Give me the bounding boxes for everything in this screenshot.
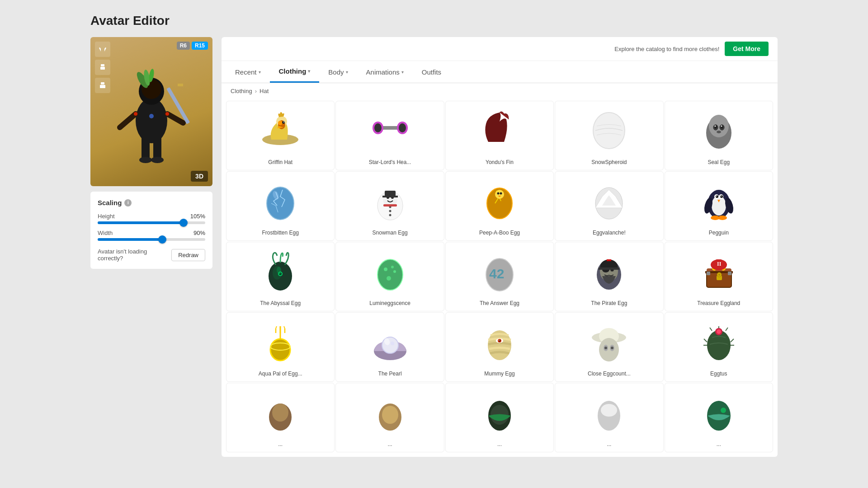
height-label: Height: [98, 213, 115, 220]
grid-item-snowspheroid[interactable]: SnowSpheroid: [555, 101, 663, 170]
svg-point-12: [151, 157, 164, 163]
item-name-luminegg: Lumineggscence: [369, 300, 410, 306]
tab-animations[interactable]: Animations ▾: [357, 61, 413, 83]
svg-point-149: [601, 404, 617, 417]
breadcrumb-parent[interactable]: Clothing: [231, 88, 252, 94]
item-name-pirate-egg: The Pirate Egg: [591, 300, 627, 306]
svg-rect-1: [100, 67, 105, 70]
grid-item-bottom3[interactable]: ...: [445, 383, 554, 452]
grid-item-bottom5[interactable]: ...: [665, 383, 773, 452]
grid-item-yondu[interactable]: Yondu's Fin: [445, 101, 554, 170]
svg-point-40: [714, 126, 716, 127]
avatar-icon-body[interactable]: [95, 60, 110, 75]
grid-item-bottom1[interactable]: ...: [226, 383, 335, 452]
redraw-row: Avatar isn't loading correctly? Redraw: [98, 248, 205, 262]
tab-recent[interactable]: Recent ▾: [226, 61, 270, 83]
svg-point-11: [139, 157, 152, 163]
scaling-info-icon[interactable]: i: [124, 199, 132, 206]
redraw-button[interactable]: Redraw: [171, 249, 205, 261]
grid-item-bottom2[interactable]: ...: [335, 383, 444, 452]
get-more-button[interactable]: Get More: [725, 42, 769, 56]
svg-point-24: [278, 121, 283, 125]
avatar-icon-antlers[interactable]: [95, 42, 110, 57]
breadcrumb: Clothing › Hat: [222, 83, 778, 99]
tab-outfits[interactable]: Outfits: [413, 61, 450, 83]
svg-point-145: [382, 406, 398, 424]
avatar-badges: R6 R15: [177, 42, 208, 50]
grid-item-close-eggcount[interactable]: Close Eggcount...: [555, 312, 663, 382]
grid-item-pearl[interactable]: The Pearl: [335, 312, 444, 382]
item-name-bottom4: ...: [607, 441, 611, 447]
grid-item-seal-egg[interactable]: Seal Egg: [665, 101, 773, 170]
svg-point-151: [721, 408, 726, 413]
svg-point-130: [604, 347, 607, 349]
svg-point-18: [149, 114, 154, 118]
svg-line-135: [731, 339, 734, 342]
tab-body[interactable]: Body ▾: [319, 61, 357, 83]
svg-point-19: [134, 112, 137, 116]
svg-rect-3: [100, 85, 105, 88]
breadcrumb-child[interactable]: Hat: [259, 88, 269, 94]
item-name-eggtus: Eggtus: [710, 371, 727, 377]
height-slider-row: Height 105%: [98, 213, 205, 224]
svg-point-26: [283, 122, 284, 122]
svg-point-143: [272, 404, 288, 422]
height-value: 105%: [190, 213, 205, 220]
grid-item-bottom4[interactable]: ...: [555, 383, 663, 452]
svg-line-137: [710, 328, 712, 331]
height-slider-track[interactable]: [98, 221, 205, 224]
grid-item-griffin-hat[interactable]: Griffin Hat: [226, 101, 335, 170]
svg-point-85: [391, 266, 394, 268]
grid-item-snowman[interactable]: Snowman Egg: [335, 171, 444, 241]
svg-point-31: [399, 123, 406, 132]
animations-chevron-icon: ▾: [401, 70, 404, 75]
svg-rect-10: [153, 136, 161, 159]
svg-line-6: [167, 114, 183, 123]
width-slider-track[interactable]: [98, 238, 205, 241]
svg-rect-95: [599, 267, 619, 270]
grid-item-pegguin[interactable]: Pegguin: [665, 171, 773, 241]
svg-point-79: [279, 273, 280, 274]
item-name-aqua-pal: Aqua Pal of Egg...: [259, 371, 302, 377]
item-name-bottom3: ...: [497, 441, 502, 447]
explore-text: Explore the catalog to find more clothes…: [614, 46, 719, 52]
grid-item-aqua-pal[interactable]: Aqua Pal of Egg...: [226, 312, 335, 382]
svg-point-20: [165, 112, 169, 116]
grid-item-abyssal[interactable]: The Abyssal Egg: [226, 242, 335, 311]
grid-item-starlord[interactable]: Star-Lord's Hea...: [335, 101, 444, 170]
avatar-icon-body2[interactable]: [95, 78, 110, 93]
grid-item-eggtus[interactable]: Eggtus: [665, 312, 773, 382]
item-name-mummy-egg: Mummy Egg: [484, 371, 514, 377]
grid-item-answer-egg[interactable]: 42 The Answer Egg: [445, 242, 554, 311]
grid-item-treasure-eggland[interactable]: II Treasure Eggland: [665, 242, 773, 311]
item-name-peep-a-boo: Peep-A-Boo Egg: [479, 230, 520, 236]
item-name-snowspheroid: SnowSpheroid: [591, 159, 627, 165]
grid-item-mummy-egg[interactable]: Mummy Egg: [445, 312, 554, 382]
width-slider-fill: [98, 238, 162, 241]
badge-r15[interactable]: R15: [192, 42, 208, 50]
svg-point-59: [497, 192, 499, 195]
avatar-icons: [95, 42, 110, 93]
items-grid: Griffin Hat Star-Lord's Hea...: [222, 99, 778, 457]
svg-point-41: [721, 126, 722, 127]
grid-item-luminegg[interactable]: Lumineggscence: [335, 242, 444, 311]
width-value: 90%: [193, 230, 205, 236]
svg-point-63: [712, 196, 726, 216]
item-name-snowman: Snowman Egg: [373, 230, 408, 236]
avatar-3d-badge: 3D: [191, 171, 208, 182]
height-slider-thumb[interactable]: [179, 219, 188, 227]
grid-item-frostbitten[interactable]: Frostbitten Egg: [226, 171, 335, 241]
grid-item-peep-a-boo[interactable]: Peep-A-Boo Egg: [445, 171, 554, 241]
grid-item-pirate-egg[interactable]: The Pirate Egg: [555, 242, 663, 311]
width-slider-thumb[interactable]: [158, 235, 166, 244]
badge-r6[interactable]: R6: [177, 42, 190, 50]
grid-item-eggvalanche[interactable]: Eggvalanche!: [555, 171, 663, 241]
right-panel: Explore the catalog to find more clothes…: [222, 37, 778, 457]
item-name-seal-egg: Seal Egg: [708, 159, 730, 165]
svg-line-139: [726, 328, 728, 331]
svg-rect-9: [142, 136, 150, 159]
item-name-pegguin: Pegguin: [709, 230, 729, 236]
tab-clothing[interactable]: Clothing ▾: [270, 61, 320, 83]
item-name-bottom2: ...: [388, 441, 392, 447]
svg-point-78: [279, 272, 282, 275]
